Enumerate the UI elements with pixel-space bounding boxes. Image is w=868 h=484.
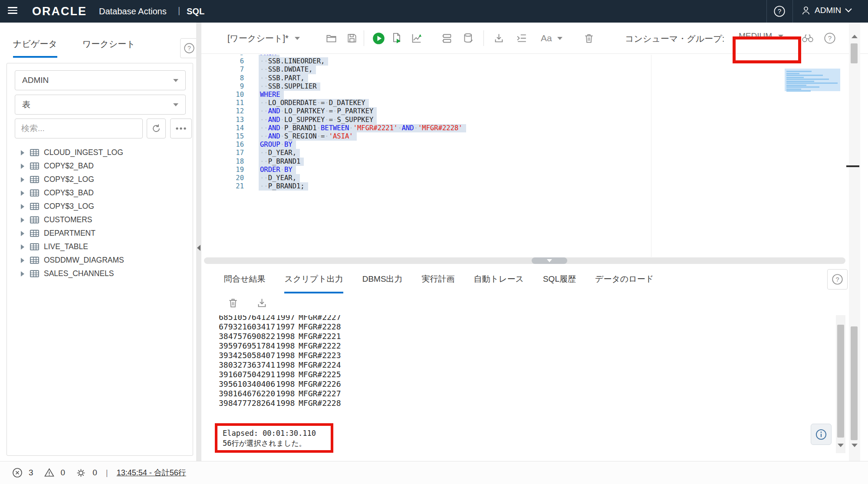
tab-navigator[interactable]: ナビゲータ <box>13 38 57 58</box>
code-line[interactable]: 9··SSB.SUPPLIER <box>201 82 849 91</box>
code-line[interactable]: 18··P_BRAND1 <box>201 158 849 166</box>
font-size-button[interactable]: Aa <box>541 23 562 54</box>
expand-icon[interactable] <box>21 204 24 209</box>
download-icon <box>493 33 505 44</box>
find-button[interactable] <box>801 23 814 54</box>
help-button[interactable]: ? <box>773 5 786 17</box>
scroll-down-icon[interactable] <box>852 444 858 447</box>
scrollbar-thumb[interactable] <box>851 326 858 440</box>
tree-item[interactable]: CUSTOMERS <box>7 213 193 227</box>
autotrace-button[interactable] <box>411 23 423 54</box>
tree-item[interactable]: DEPARTMENT <box>7 227 193 240</box>
warning-icon[interactable] <box>44 468 55 478</box>
code-line[interactable]: 19ORDER·BY <box>201 166 849 174</box>
tree-item[interactable]: LIVE_TABLE <box>7 240 193 254</box>
status-separator: | <box>106 468 108 477</box>
expand-icon[interactable] <box>21 164 24 169</box>
result-tab[interactable]: SQL履歴 <box>543 273 576 293</box>
object-type-select[interactable]: 表 <box>15 95 186 115</box>
run-script-button[interactable] <box>391 23 403 54</box>
sidebar-help-button[interactable]: ? <box>180 38 198 58</box>
splitter-handle[interactable] <box>532 257 567 264</box>
code-line[interactable]: 10WHERE <box>201 91 849 99</box>
clear-output-button[interactable] <box>227 297 239 309</box>
code-line[interactable]: 11··LO_ORDERDATE·=·D_DATEKEY <box>201 99 849 107</box>
code-line[interactable]: 15··AND·S_REGION·=·'ASIA' <box>201 132 849 141</box>
tree-item[interactable]: COPY$3_LOG <box>7 200 193 213</box>
save-button[interactable] <box>346 23 358 54</box>
expand-icon[interactable] <box>21 177 24 182</box>
table-icon <box>30 270 39 278</box>
run-statement-button[interactable] <box>372 23 385 54</box>
open-file-button[interactable] <box>326 23 337 54</box>
scroll-down-icon[interactable] <box>838 444 844 447</box>
output-toolbar <box>227 297 268 309</box>
results-help-button[interactable]: ? <box>827 269 848 290</box>
tab-worksheet[interactable]: ワークシート <box>82 38 135 58</box>
expand-icon[interactable] <box>21 258 24 263</box>
result-tab[interactable]: 自動トレース <box>474 273 524 293</box>
scroll-up-icon[interactable] <box>852 35 858 38</box>
code-line[interactable]: 14··AND·P_BRAND1·BETWEEN·'MFGR#2221'·AND… <box>201 124 849 132</box>
tree-item[interactable]: COPY$2_BAD <box>7 159 193 173</box>
worksheet-panel: [ワークシート]* <box>201 23 868 461</box>
sql-editor[interactable]: 5FROM6··SSB.LINEORDER,7··SSB.DWDATE,8··S… <box>201 55 849 257</box>
search-input[interactable] <box>15 119 143 138</box>
code-line[interactable]: 21··P_BRAND1; <box>201 182 849 191</box>
format-button[interactable] <box>516 23 528 54</box>
explain-plan-button[interactable] <box>441 23 453 54</box>
main-scrollbar[interactable] <box>849 23 860 461</box>
editor-help-button[interactable]: ? <box>824 23 836 54</box>
result-tab[interactable]: 問合せ結果 <box>224 273 265 293</box>
schema-select[interactable]: ADMIN <box>15 70 186 90</box>
navigator-box: ADMIN 表 CLOUD_INGEST_LOG COPY$2_BAD COPY… <box>7 63 193 456</box>
result-tab[interactable]: DBMS出力 <box>362 273 403 293</box>
output-row: 3959769517841998MFGR#2222 <box>219 341 818 351</box>
code-line[interactable]: 20··D_YEAR, <box>201 174 849 182</box>
minimap[interactable] <box>785 69 840 91</box>
refresh-button[interactable] <box>147 119 166 138</box>
tree-item[interactable]: CLOUD_INGEST_LOG <box>7 146 193 159</box>
code-line[interactable]: 12··AND·LO_PARTKEY·=·P_PARTKEY <box>201 107 849 115</box>
code-line[interactable]: 17··D_YEAR, <box>201 149 849 157</box>
sidebar-splitter[interactable] <box>196 23 201 461</box>
more-actions-button[interactable] <box>170 119 192 138</box>
error-icon[interactable] <box>12 468 23 478</box>
expand-icon[interactable] <box>21 217 24 223</box>
worksheet-toolbar: [ワークシート]* <box>201 23 868 54</box>
expand-icon[interactable] <box>21 271 24 277</box>
consumer-group-select[interactable]: MEDIUM <box>739 31 783 41</box>
download-button[interactable] <box>493 23 505 54</box>
expand-icon[interactable] <box>21 244 24 250</box>
code-line[interactable]: 7··SSB.DWDATE, <box>201 66 849 74</box>
scrollbar-thumb[interactable] <box>837 325 844 438</box>
output-scrollbar[interactable] <box>836 315 845 453</box>
code-line[interactable]: 8··SSB.PART, <box>201 74 849 82</box>
scrollbar-thumb[interactable] <box>851 43 858 63</box>
code-line[interactable]: 6··SSB.LINEORDER, <box>201 57 849 66</box>
user-menu[interactable]: ADMIN <box>801 5 852 16</box>
code-line[interactable]: 13··AND·LO_SUPPKEY·=·S_SUPPKEY <box>201 116 849 124</box>
worksheet-selector[interactable]: [ワークシート]* <box>227 23 300 54</box>
tree-item[interactable]: COPY$2_LOG <box>7 173 193 186</box>
code-line[interactable]: 16GROUP·BY <box>201 141 849 149</box>
tree-item[interactable]: OSDDMW_DIAGRAMS <box>7 254 193 267</box>
menu-icon[interactable] <box>8 7 17 16</box>
refresh-icon <box>151 123 161 134</box>
result-tab[interactable]: データのロード <box>595 273 654 293</box>
tree-item[interactable]: COPY$3_BAD <box>7 186 193 200</box>
expand-icon[interactable] <box>21 231 24 236</box>
sql-history-button[interactable] <box>463 23 474 54</box>
gear-icon[interactable] <box>76 468 86 478</box>
sidebar-tabs: ナビゲータ ワークシート <box>13 38 135 58</box>
info-button[interactable] <box>811 424 832 445</box>
result-tab[interactable]: スクリプト出力 <box>284 273 343 293</box>
expand-icon[interactable] <box>21 191 24 196</box>
result-summary-link[interactable]: 13:45:54 - 合計56行 <box>117 468 186 478</box>
tree-item[interactable]: SALES_CHANNELS <box>7 267 193 280</box>
panel-splitter[interactable] <box>204 257 845 264</box>
expand-icon[interactable] <box>21 150 24 155</box>
download-output-button[interactable] <box>256 297 268 309</box>
result-tab[interactable]: 実行計画 <box>422 273 455 293</box>
clear-worksheet-button[interactable] <box>583 23 595 54</box>
